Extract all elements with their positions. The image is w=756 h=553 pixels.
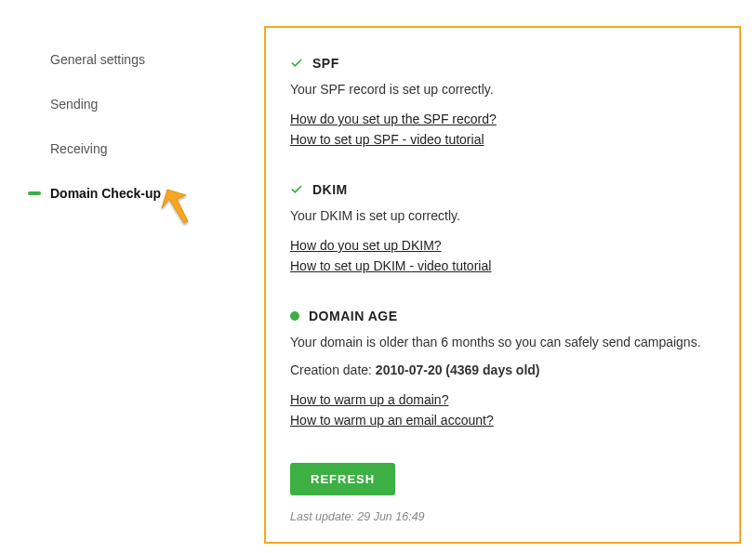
check-icon	[290, 183, 303, 196]
sidebar-item-receiving[interactable]: Receiving	[28, 126, 245, 171]
spf-help-link-setup[interactable]: How do you set up the SPF record?	[290, 112, 497, 126]
dkim-help-link-video[interactable]: How to set up DKIM - video tutorial	[290, 258, 491, 273]
dkim-help-link-setup[interactable]: How do you set up DKIM?	[290, 238, 442, 253]
dkim-desc: Your DKIM is set up correctly.	[290, 208, 715, 223]
warmup-domain-link[interactable]: How to warm up a domain?	[290, 392, 448, 407]
status-dot-icon	[290, 311, 299, 321]
spf-desc: Your SPF record is set up correctly.	[290, 82, 715, 97]
spf-help-link-video[interactable]: How to set up SPF - video tutorial	[290, 132, 484, 147]
domain-age-desc: Your domain is older than 6 months so yo…	[290, 335, 715, 377]
creation-date-label: Creation date:	[290, 362, 376, 377]
domain-age-section: DOMAIN AGE Your domain is older than 6 m…	[290, 309, 715, 428]
footer-area: REFRESH Last update: 29 Jun 16:49	[290, 463, 715, 523]
refresh-button[interactable]: REFRESH	[290, 463, 395, 495]
dkim-title: DKIM	[312, 182, 348, 197]
spf-title: SPF	[312, 56, 339, 71]
check-icon	[290, 57, 303, 70]
sidebar: General settings Sending Receiving Domai…	[0, 0, 264, 553]
creation-date-value: 2010-07-20 (4369 days old)	[376, 362, 540, 377]
domain-age-text: Your domain is older than 6 months so yo…	[290, 335, 701, 349]
sidebar-item-sending[interactable]: Sending	[28, 82, 245, 126]
warmup-email-link[interactable]: How to warm up an email account?	[290, 413, 494, 428]
dkim-section: DKIM Your DKIM is set up correctly. How …	[290, 182, 715, 273]
last-update-text: Last update: 29 Jun 16:49	[290, 510, 715, 523]
domain-age-title: DOMAIN AGE	[309, 309, 397, 323]
sidebar-item-general-settings[interactable]: General settings	[28, 37, 245, 82]
domain-checkup-panel: SPF Your SPF record is set up correctly.…	[264, 26, 741, 544]
sidebar-item-domain-check-up[interactable]: Domain Check-up	[28, 171, 245, 216]
spf-section: SPF Your SPF record is set up correctly.…	[290, 56, 715, 147]
